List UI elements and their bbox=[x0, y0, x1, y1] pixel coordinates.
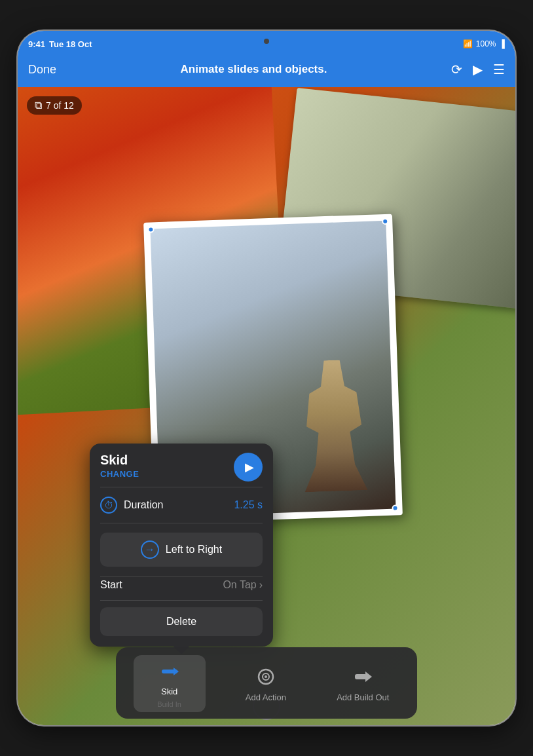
action-icon bbox=[254, 665, 278, 689]
handle-tr[interactable] bbox=[382, 218, 388, 225]
skid-icon bbox=[158, 659, 181, 683]
svg-point-4 bbox=[265, 675, 267, 678]
duration-label: Duration bbox=[124, 499, 163, 511]
wifi-icon: 📶 bbox=[463, 39, 473, 48]
slide-area: ⧉ 7 of 12 Skid CHANGE ▶ ⏱ Duration 1.25 … bbox=[18, 87, 515, 725]
status-date: Tue 18 Oct bbox=[49, 39, 92, 49]
duration-label-group: ⏱ Duration bbox=[100, 497, 163, 514]
start-value: On Tap › bbox=[223, 579, 263, 591]
nav-bar: Done Animate slides and objects. ⟳ ▶ ☰ bbox=[18, 54, 515, 87]
play-icon[interactable]: ▶ bbox=[473, 62, 483, 77]
start-value-text: On Tap bbox=[223, 579, 256, 591]
bottom-toolbar: Skid Build In Add Action bbox=[116, 647, 417, 719]
buildout-icon bbox=[351, 665, 375, 689]
arrow-right-icon: → bbox=[141, 540, 159, 559]
battery-icon: 100% bbox=[476, 39, 496, 48]
direction-button[interactable]: → Left to Right bbox=[100, 533, 263, 567]
svg-rect-5 bbox=[355, 674, 367, 679]
delete-row: Delete bbox=[90, 601, 273, 647]
clock-icon: ⏱ bbox=[100, 497, 117, 514]
done-button[interactable]: Done bbox=[28, 63, 56, 77]
start-row[interactable]: Start On Tap › bbox=[90, 576, 273, 600]
status-icons: 📶 100% ▐ bbox=[463, 39, 505, 48]
loop-icon[interactable]: ⟳ bbox=[451, 62, 462, 77]
add-build-out-label: Add Build Out bbox=[337, 692, 389, 702]
direction-row: → Left to Right bbox=[90, 523, 273, 576]
delete-button[interactable]: Delete bbox=[100, 607, 263, 636]
skid-label: Skid bbox=[161, 687, 177, 696]
add-action-label: Add Action bbox=[246, 692, 286, 702]
nav-title: Animate slides and objects. bbox=[181, 63, 327, 76]
popup-change-label[interactable]: CHANGE bbox=[100, 469, 139, 479]
start-chevron-icon: › bbox=[259, 579, 263, 591]
nav-icons: ⟳ ▶ ☰ bbox=[451, 62, 505, 77]
handle-br[interactable] bbox=[392, 504, 398, 511]
menu-icon[interactable]: ☰ bbox=[493, 62, 505, 77]
svg-marker-6 bbox=[365, 671, 372, 682]
duration-value: 1.25 s bbox=[234, 499, 263, 511]
slides-icon: ⧉ bbox=[35, 100, 42, 111]
toolbar-item-skid[interactable]: Skid Build In bbox=[134, 655, 206, 712]
camera-dot bbox=[264, 39, 269, 44]
popup-play-button[interactable]: ▶ bbox=[234, 453, 263, 482]
start-label: Start bbox=[100, 579, 122, 591]
svg-marker-1 bbox=[174, 668, 179, 675]
skid-sublabel: Build In bbox=[157, 700, 181, 708]
direction-label: Left to Right bbox=[166, 544, 222, 556]
popup-header: Skid CHANGE ▶ bbox=[90, 444, 273, 487]
toolbar-item-add-action[interactable]: Add Action bbox=[230, 661, 302, 706]
slide-counter: ⧉ 7 of 12 bbox=[27, 96, 82, 115]
status-time: 9:41 bbox=[28, 39, 45, 49]
battery-bar-icon: ▐ bbox=[499, 39, 505, 48]
skater-figure bbox=[293, 359, 376, 493]
popup-panel: Skid CHANGE ▶ ⏱ Duration 1.25 s → Left t… bbox=[90, 444, 273, 647]
slide-counter-text: 7 of 12 bbox=[46, 100, 74, 111]
popup-title: Skid bbox=[100, 453, 139, 468]
duration-row[interactable]: ⏱ Duration 1.25 s bbox=[90, 487, 273, 523]
toolbar-item-add-build-out[interactable]: Add Build Out bbox=[326, 661, 399, 706]
device-frame: 9:41 Tue 18 Oct 📶 100% ▐ Done Animate sl… bbox=[18, 31, 515, 725]
